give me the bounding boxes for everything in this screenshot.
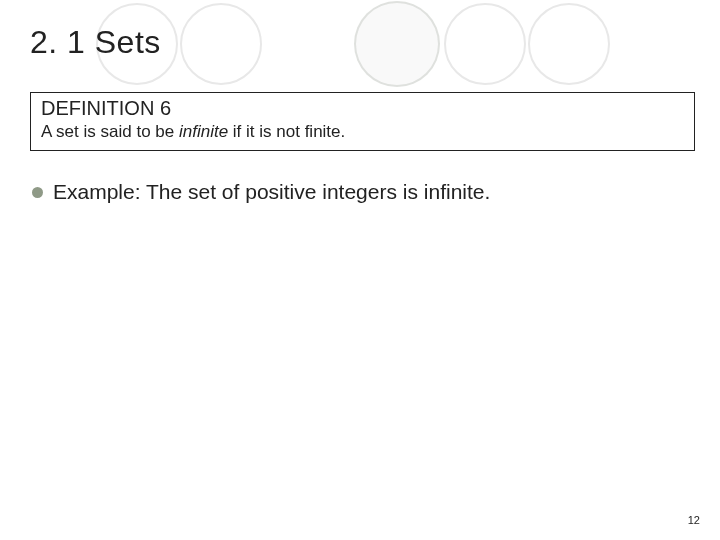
slide-title: 2. 1 Sets: [30, 24, 161, 61]
definition-label: DEFINITION 6: [41, 97, 684, 120]
page-number: 12: [688, 514, 700, 526]
example-text: Example: The set of positive integers is…: [53, 180, 490, 204]
definition-box: DEFINITION 6 A set is said to be infinit…: [30, 92, 695, 151]
circle-decoration: [528, 3, 610, 85]
example-item: Example: The set of positive integers is…: [32, 180, 490, 204]
bullet-icon: [32, 187, 43, 198]
definition-post: if it is not finite.: [228, 122, 345, 141]
definition-text: A set is said to be infinite if it is no…: [41, 122, 684, 142]
definition-keyword: infinite: [179, 122, 228, 141]
circle-decoration: [354, 1, 440, 87]
circle-decoration: [180, 3, 262, 85]
circle-decoration: [444, 3, 526, 85]
definition-pre: A set is said to be: [41, 122, 179, 141]
